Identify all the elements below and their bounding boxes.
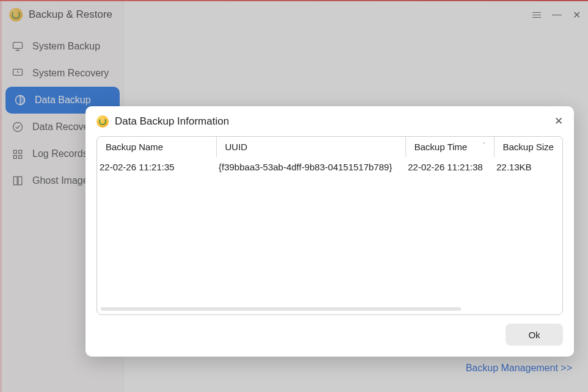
ok-button[interactable]: Ok	[506, 324, 563, 346]
backup-table: Backup Name UUID Backup Timeˆ Backup Siz…	[97, 137, 562, 177]
cell-backup-name: 22-02-26 11:21:35	[97, 157, 216, 177]
dialog-close-button[interactable]: ✕	[554, 115, 563, 128]
dialog-header: Data Backup Information ✕	[96, 115, 563, 128]
cell-backup-time: 22-02-26 11:21:38	[405, 157, 494, 177]
column-header-label: Backup Name	[106, 142, 163, 152]
backup-table-container: Backup Name UUID Backup Timeˆ Backup Siz…	[96, 136, 563, 315]
column-header-label: UUID	[225, 142, 248, 152]
data-backup-information-dialog: Data Backup Information ✕ Backup Name UU…	[85, 106, 574, 357]
table-header-row: Backup Name UUID Backup Timeˆ Backup Siz…	[97, 137, 562, 157]
column-header-label: Backup Time	[415, 142, 468, 152]
column-header-backup-time[interactable]: Backup Timeˆ	[405, 137, 494, 157]
column-header-label: Backup Size	[503, 142, 554, 152]
dialog-footer: Ok	[96, 315, 563, 346]
sort-ascending-icon: ˆ	[483, 142, 485, 149]
column-header-backup-size[interactable]: Backup Size	[494, 137, 562, 157]
cell-uuid: {f39bbaa3-53ab-4dff-9b83-04151517b789}	[216, 157, 405, 177]
table-row[interactable]: 22-02-26 11:21:35 {f39bbaa3-53ab-4dff-9b…	[97, 157, 562, 177]
column-header-backup-name[interactable]: Backup Name	[97, 137, 216, 157]
dialog-title: Data Backup Information	[115, 115, 229, 128]
cell-backup-size: 22.13KB	[494, 157, 562, 177]
horizontal-scrollbar[interactable]	[101, 307, 461, 311]
column-header-uuid[interactable]: UUID	[216, 137, 405, 157]
dialog-app-icon	[96, 115, 109, 128]
